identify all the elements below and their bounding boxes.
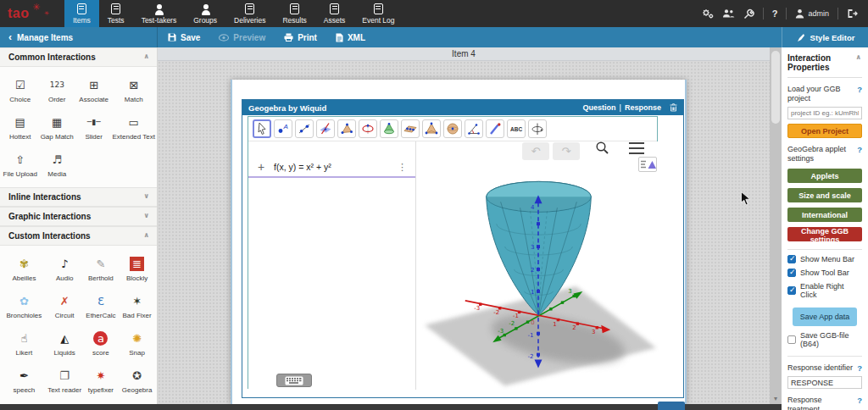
save-button[interactable]: Save (168, 33, 200, 42)
circle-with-axis-tool[interactable] (359, 119, 377, 138)
help-button[interactable]: ? (772, 8, 778, 19)
nav-tab-test-takers[interactable]: Test-takers (133, 0, 186, 27)
settings-cogs-icon[interactable] (702, 8, 714, 19)
add-expression-button[interactable]: + (248, 160, 274, 174)
checkbox-checked-icon[interactable] (787, 286, 796, 295)
rotate-3d-view-tool[interactable] (528, 119, 547, 138)
interaction-item[interactable]: ☑ Choice (2, 71, 38, 108)
intersect-tool[interactable] (316, 119, 335, 138)
text-tool[interactable]: ABC (507, 119, 526, 138)
help-icon[interactable]: ? (857, 396, 862, 405)
interaction-item[interactable]: ⊠ Match (112, 71, 155, 108)
open-project-button[interactable]: Open Project (787, 124, 862, 138)
content-scrollbar[interactable]: ▾ (770, 47, 782, 404)
interaction-item[interactable]: 123 Order (38, 71, 75, 108)
show-tool-bar-checkbox[interactable]: Show Tool Bar (787, 269, 862, 277)
back-manage-items-button[interactable]: Manage Items (0, 27, 158, 47)
sphere-tool[interactable] (443, 119, 462, 138)
interaction-item[interactable]: ─▮─ Slider (75, 108, 112, 146)
interaction-item[interactable]: ♬ Media (38, 146, 75, 183)
help-icon[interactable]: ? (857, 145, 862, 154)
algebra-input-row[interactable]: + f(x, y) = x² + y² ⋮ (248, 158, 415, 178)
zoom-search-button[interactable] (594, 141, 609, 156)
tab-response[interactable]: Response (625, 103, 661, 112)
line-tool[interactable] (295, 119, 314, 138)
checkbox-unchecked-icon[interactable] (787, 335, 796, 344)
wrench-icon[interactable] (743, 8, 754, 19)
interaction-item[interactable]: ✎ Berthold (83, 250, 120, 287)
style-bar-toggle[interactable] (638, 157, 657, 172)
user-management-icon[interactable] (722, 8, 735, 19)
interaction-item[interactable]: ♪ Audio (47, 250, 83, 287)
section-common-interactions[interactable]: Common Interactions ∧ (0, 47, 157, 67)
interaction-item[interactable]: Ɛ EtherCalc (83, 287, 120, 324)
size-and-scale-button[interactable]: Size and scale (787, 188, 862, 202)
expression-menu-button[interactable]: ⋮ (398, 162, 407, 173)
vector-tool[interactable] (486, 119, 504, 138)
interaction-item[interactable]: ⇧ File Upload (2, 146, 38, 183)
function-expression[interactable]: f(x, y) = x² + y² (274, 162, 331, 172)
angle-tool[interactable] (465, 119, 483, 138)
polygon-tool[interactable] (337, 119, 356, 138)
project-id-input[interactable] (787, 107, 862, 119)
interaction-item[interactable]: ▤ Hottext (2, 108, 38, 146)
checkbox-checked-icon[interactable] (787, 269, 796, 277)
interaction-item[interactable]: ✷ typefixer (83, 362, 120, 399)
help-icon[interactable]: ? (857, 363, 862, 373)
graphics-3d-view[interactable]: -3 -2 -1 0 1 2 3 3 -2 -3 4 3 2 (416, 141, 659, 390)
interaction-item[interactable]: ✶ Bad Fixer (119, 287, 155, 324)
section-graphic-interactions[interactable]: Graphic Interactions ∨ (0, 207, 157, 226)
response-identifier-input[interactable] (787, 376, 862, 389)
interaction-item[interactable]: a score (83, 324, 120, 362)
virtual-keyboard-button[interactable] (276, 374, 312, 387)
nav-tab-items[interactable]: Items (64, 0, 99, 27)
style-editor-toggle[interactable]: Style Editor (782, 27, 868, 47)
applets-button[interactable]: Applets (787, 169, 862, 183)
geogebra-window-titlebar[interactable]: Geogebra by Wiquid Question | Response (242, 100, 683, 115)
tab-question[interactable]: Question (582, 103, 615, 112)
scrollbar-thumb[interactable] (771, 51, 780, 124)
interaction-item[interactable]: ✾ Abeilles (2, 250, 47, 287)
preview-button[interactable]: Preview (219, 33, 265, 42)
interaction-item[interactable]: ◭ Liquids (47, 324, 83, 362)
scrollbar-down-arrow[interactable]: ▾ (770, 395, 782, 402)
interaction-item[interactable]: ▭ Extended Text (112, 108, 155, 146)
nav-tab-assets[interactable]: Assets (315, 0, 354, 27)
redo-button[interactable]: ↷ (553, 142, 580, 160)
help-icon[interactable]: ? (857, 85, 862, 94)
ggb-menu-button[interactable] (629, 142, 644, 154)
interaction-item[interactable]: ❐ Text reader (47, 362, 83, 399)
logout-icon[interactable] (847, 8, 858, 19)
interaction-item[interactable]: ✪ Geogebra (119, 362, 155, 399)
interaction-item[interactable]: ✺ Snap (119, 324, 155, 362)
nav-tab-groups[interactable]: Groups (185, 0, 225, 27)
nav-tab-deliveries[interactable]: Deliveries (225, 0, 274, 27)
cone-tool[interactable] (380, 119, 398, 138)
change-ggb-settings-button[interactable]: Change GGB settings (787, 227, 862, 241)
xml-button[interactable]: XML (336, 33, 365, 42)
interaction-item[interactable]: ▦ Gap Match (38, 108, 75, 146)
move-tool[interactable] (253, 119, 271, 138)
show-menu-bar-checkbox[interactable]: Show Menu Bar (787, 255, 862, 263)
interaction-item[interactable]: ✒ speech (2, 362, 47, 399)
interaction-item[interactable]: ⊞ Associate (75, 71, 112, 108)
save-ggb-file-checkbox[interactable]: Save GGB-file (B64) (787, 331, 862, 348)
section-inline-interactions[interactable]: Inline Interactions ∨ (0, 187, 157, 207)
undo-button[interactable]: ↶ (522, 142, 549, 160)
interaction-item[interactable]: ☝ Likert (2, 324, 47, 362)
tao-logo[interactable]: tao ✳ ✳ (0, 0, 64, 27)
point-tool[interactable]: A (274, 119, 292, 138)
interaction-item[interactable]: ≣ Blockly (119, 250, 155, 287)
international-button[interactable]: International (787, 208, 862, 222)
delete-interaction-button[interactable] (670, 103, 677, 112)
nav-tab-event-log[interactable]: Event Log (353, 0, 403, 27)
enable-right-click-checkbox[interactable]: Enable Right Click (787, 282, 862, 299)
pyramid-tool[interactable] (422, 119, 441, 138)
nav-tab-results[interactable]: Results (274, 0, 314, 27)
partially-visible-button[interactable] (658, 402, 685, 410)
user-account-menu[interactable]: admin (795, 8, 829, 19)
section-custom-interactions[interactable]: Custom Interactions ∧ (0, 226, 157, 246)
panel-header[interactable]: Interaction Properties ∧ (787, 47, 862, 78)
checkbox-checked-icon[interactable] (787, 255, 796, 263)
plane-tool[interactable] (401, 119, 420, 138)
